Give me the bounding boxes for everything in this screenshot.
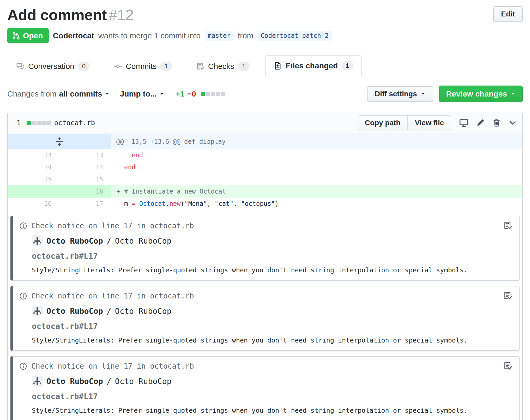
old-line-number[interactable]: 15 — [8, 173, 59, 185]
comment-discussion-icon — [16, 62, 25, 70]
code-line: # Instantiate a new Octocat — [124, 188, 226, 195]
from-word: from — [238, 31, 254, 40]
head-branch-label[interactable]: Codertocat-patch-2 — [258, 31, 332, 41]
commit-icon — [114, 62, 122, 70]
pr-header: Add comment#12 Edit — [7, 6, 523, 23]
delete-file-icon[interactable] — [492, 119, 501, 127]
chevron-down-icon[interactable] — [509, 119, 517, 127]
checks-icon[interactable] — [503, 221, 512, 230]
code-token — [124, 152, 132, 159]
diffstat-squares — [27, 121, 51, 125]
hunk-header-text: @@ -13,5 +13,6 @@ def display — [111, 134, 522, 149]
file-diff-container: 1 octocat.rb Copy path View file @@ -13,… — [7, 112, 523, 420]
code-token: new — [169, 200, 180, 207]
code-token: . — [166, 200, 169, 207]
new-line-number[interactable]: 13 — [59, 149, 111, 161]
rubocop-avatar[interactable] — [32, 305, 43, 316]
caret-down-icon — [105, 92, 110, 96]
annotation-message: Style/StringLiterals: Prefer single-quot… — [19, 407, 512, 414]
base-branch-label[interactable]: master — [205, 31, 234, 41]
diffstat-neutral-square — [37, 121, 41, 125]
annotation-app-name[interactable]: Octo RuboCop — [46, 236, 103, 245]
new-line-number[interactable]: 14 — [59, 161, 111, 173]
checks-icon[interactable] — [503, 361, 512, 370]
code-line: end — [124, 152, 143, 159]
changes-from-dropdown[interactable]: Changes from all commits — [7, 89, 110, 98]
code-token: end — [124, 164, 135, 171]
file-header: 1 octocat.rb Copy path View file — [8, 112, 522, 134]
annotation-app-name[interactable]: Octo RuboCop — [46, 377, 103, 386]
tab-checks[interactable]: Checks 1 — [188, 56, 258, 76]
annotation-context: Octo RuboCop — [115, 307, 172, 316]
tab-commits[interactable]: Commits 1 — [105, 56, 180, 76]
annotation-separator: / — [107, 236, 111, 245]
old-line-number[interactable]: 16 — [8, 198, 59, 210]
copy-path-button[interactable]: Copy path — [358, 115, 408, 130]
toolbar-actions: Diff settings Review changes — [367, 86, 523, 102]
annotation-file-link[interactable]: octocat.rb#L17 — [19, 322, 512, 331]
tab-label: Files changed — [286, 61, 338, 70]
annotation-file-link[interactable]: octocat.rb#L17 — [19, 392, 512, 401]
old-line-number[interactable]: 13 — [8, 149, 59, 161]
code-token: , — [233, 200, 241, 207]
edit-file-icon[interactable] — [476, 119, 485, 127]
display-rich-diff-icon[interactable] — [459, 118, 468, 128]
code-token: end — [132, 152, 143, 159]
diffstat-neutral-square — [41, 121, 46, 125]
diffstat-neutral-square — [211, 92, 215, 96]
rubocop-avatar[interactable] — [32, 376, 43, 387]
code-token: "Mona" — [184, 200, 207, 207]
annotation-title: Check notice on line 17 in octocat.rb — [31, 362, 194, 370]
new-line-number[interactable]: 16 — [59, 185, 111, 198]
diffstat-neutral-square — [46, 121, 51, 125]
code-token: "octopus" — [241, 200, 275, 207]
annotation-message: Style/StringLiterals: Prefer single-quot… — [19, 266, 512, 274]
review-changes-button[interactable]: Review changes — [439, 86, 523, 102]
jump-to-dropdown[interactable]: Jump to... — [120, 89, 164, 98]
annotation-app-name[interactable]: Octo RuboCop — [46, 307, 103, 316]
diff-table: @@ -13,5 +13,6 @@ def display 13 13 end … — [8, 134, 522, 420]
annotation-separator: / — [107, 307, 111, 316]
diff-settings-button[interactable]: Diff settings — [367, 86, 433, 102]
additions-count: +1 — [176, 89, 184, 98]
new-line-number[interactable]: 17 — [59, 198, 111, 210]
new-line-number[interactable]: 15 — [59, 173, 111, 185]
rubocop-avatar[interactable] — [32, 235, 43, 246]
annotation-file-link[interactable]: octocat.rb#L17 — [19, 251, 512, 261]
annotation-context: Octo RuboCop — [115, 236, 172, 245]
info-icon — [19, 362, 27, 370]
tab-files-changed[interactable]: Files changed 1 — [265, 55, 362, 76]
tab-conversation[interactable]: Conversation 0 — [8, 56, 98, 76]
code-token: ) — [275, 200, 279, 207]
pr-author[interactable]: Codertocat — [53, 31, 94, 40]
diff-marker: + — [116, 188, 124, 195]
old-line-number[interactable]: 14 — [8, 161, 59, 173]
file-name[interactable]: octocat.rb — [54, 119, 95, 127]
info-icon — [19, 292, 27, 300]
byline-text: wants to merge 1 commit into — [98, 31, 201, 40]
pr-state-label: Open — [23, 31, 43, 40]
expand-hunk-button[interactable] — [8, 134, 111, 149]
diff-marker — [116, 200, 124, 207]
pr-number: #12 — [109, 6, 134, 23]
code-token: "cat" — [215, 200, 233, 207]
check-annotation: Check notice on line 17 in octocat.rb Oc… — [10, 216, 520, 281]
checks-icon — [196, 62, 204, 70]
view-file-button[interactable]: View file — [408, 115, 451, 130]
review-changes-label: Review changes — [446, 90, 507, 98]
old-line-number[interactable] — [8, 185, 59, 198]
code-token: m — [124, 200, 132, 207]
checks-icon[interactable] — [503, 291, 512, 300]
jump-to-label: Jump to... — [120, 89, 157, 98]
tab-label: Commits — [126, 62, 156, 71]
code-line: end — [124, 164, 135, 171]
diff-hunk-row: @@ -13,5 +13,6 @@ def display — [8, 134, 522, 149]
edit-button[interactable]: Edit — [493, 6, 523, 22]
file-diffstat: 1 — [13, 119, 51, 127]
diff-line-row: 13 13 end — [8, 149, 522, 161]
diffstat-added-square — [201, 92, 205, 96]
deletions-count: −0 — [187, 89, 196, 98]
diff-toolbar: Changes from all commits Jump to... +1 −… — [7, 86, 523, 102]
diff-code-cell: m = Octocat.new("Mona", "cat", "octopus"… — [111, 198, 522, 210]
status-badge: Open — [7, 28, 49, 43]
